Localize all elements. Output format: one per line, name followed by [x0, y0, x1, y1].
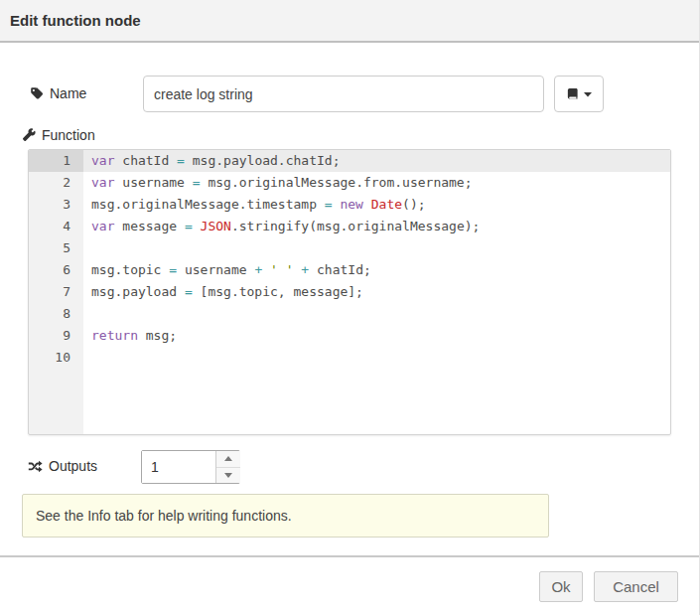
code-line[interactable]: 6msg.topic = username + ' ' + chatId; — [29, 259, 670, 281]
name-label: Name — [30, 85, 86, 101]
code-line[interactable]: 10 — [29, 347, 670, 369]
code-line[interactable]: 1var chatId = msg.payload.chatId; — [29, 150, 670, 172]
name-input[interactable] — [143, 76, 544, 112]
line-number: 1 — [29, 150, 83, 172]
triangle-down-icon — [224, 473, 232, 478]
function-label-text: Function — [42, 127, 95, 143]
spinner-up-button[interactable] — [216, 451, 240, 468]
code-line-text: msg.originalMessage.timestamp = new Date… — [83, 194, 670, 216]
triangle-up-icon — [224, 456, 232, 461]
line-number: 2 — [29, 172, 83, 194]
line-number: 3 — [29, 194, 83, 216]
caret-down-icon — [584, 91, 592, 97]
info-tip-text: See the Info tab for help writing functi… — [36, 508, 292, 524]
line-number: 9 — [29, 325, 83, 347]
code-line-text — [83, 237, 670, 259]
shuffle-icon — [28, 460, 43, 473]
outputs-spinner — [141, 450, 240, 484]
code-line-text: var message = JSON.stringify(msg.origina… — [83, 216, 670, 237]
code-line[interactable]: 8 — [29, 303, 670, 325]
footer-separator — [0, 555, 700, 557]
spinner-buttons — [215, 451, 240, 483]
ok-button[interactable]: Ok — [539, 571, 583, 602]
line-number: 8 — [29, 303, 83, 325]
code-line-text — [83, 347, 670, 369]
outputs-input[interactable] — [142, 451, 215, 483]
book-icon — [566, 87, 579, 100]
dialog-header: Edit function node — [0, 0, 700, 43]
code-line-text: var chatId = msg.payload.chatId; — [83, 150, 670, 172]
line-number: 6 — [29, 259, 83, 281]
line-number: 7 — [29, 281, 83, 303]
code-line[interactable]: 2var username = msg.originalMessage.from… — [29, 172, 670, 194]
tag-icon — [30, 86, 44, 100]
code-line[interactable]: 5 — [29, 237, 670, 259]
function-label: Function — [22, 127, 95, 143]
code-line[interactable]: 3msg.originalMessage.timestamp = new Dat… — [29, 194, 670, 216]
code-line-text — [83, 303, 670, 325]
outputs-label-text: Outputs — [49, 458, 97, 474]
code-line-text: msg.payload = [msg.topic, message]; — [83, 281, 670, 303]
spinner-down-button[interactable] — [216, 468, 240, 484]
line-number: 4 — [29, 216, 83, 237]
wrench-icon — [22, 128, 36, 142]
function-code-editor[interactable]: 1var chatId = msg.payload.chatId;2var us… — [28, 149, 671, 435]
code-line[interactable]: 4var message = JSON.stringify(msg.origin… — [29, 216, 670, 237]
outputs-label: Outputs — [28, 458, 97, 474]
dialog-title: Edit function node — [10, 12, 141, 29]
line-number: 5 — [29, 237, 83, 259]
name-label-text: Name — [50, 85, 86, 101]
info-tip: See the Info tab for help writing functi… — [22, 494, 549, 538]
line-number: 10 — [29, 347, 83, 369]
code-line-text: msg.topic = username + ' ' + chatId; — [83, 259, 670, 281]
code-line[interactable]: 9return msg; — [29, 325, 670, 347]
library-button[interactable] — [554, 76, 604, 112]
cancel-button[interactable]: Cancel — [594, 571, 678, 602]
code-line[interactable]: 7msg.payload = [msg.topic, message]; — [29, 281, 670, 303]
code-line-text: var username = msg.originalMessage.from.… — [83, 172, 670, 194]
code-line-text: return msg; — [83, 325, 670, 347]
